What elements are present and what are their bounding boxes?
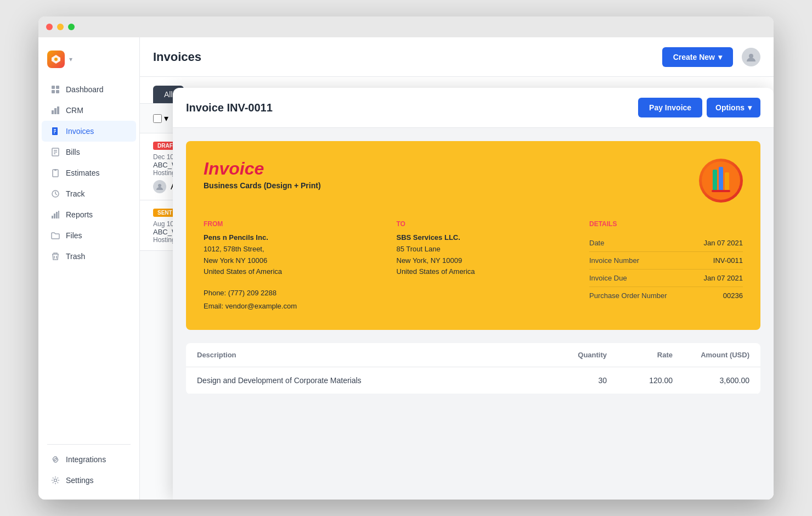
from-section: From Pens n Pencils Inc. 1012, 578th Str…	[204, 220, 370, 312]
sidebar-item-files[interactable]: Files	[42, 225, 136, 246]
col-description: Description	[197, 351, 541, 359]
row-amount: 3,600.00	[673, 376, 749, 385]
minimize-button[interactable]	[57, 24, 64, 30]
sidebar-item-reports[interactable]: Reports	[42, 204, 136, 225]
app-body: ▾ Dashboard	[38, 37, 774, 500]
sidebar-item-dashboard[interactable]: Dashboard	[42, 79, 136, 100]
svg-rect-31	[719, 167, 723, 192]
svg-point-26	[54, 479, 57, 482]
app-window: ▾ Dashboard	[38, 16, 774, 500]
bar-chart-icon	[50, 105, 60, 115]
invoice-document: Invoice Business Cards (Design + Print)	[186, 141, 760, 330]
invoice-due-label: Invoice Due	[589, 274, 627, 282]
sidebar-item-label: Dashboard	[66, 85, 104, 94]
create-new-label: Create New	[673, 53, 715, 61]
svg-rect-5	[56, 90, 59, 93]
main-content: All Recurring ▾ ⚙ DRAFT Dec 10 202	[140, 77, 774, 500]
checkbox-input[interactable]	[153, 114, 162, 123]
invoice-detail-modal: Invoice INV-0011 Pay Invoice Options ▾	[173, 88, 774, 500]
options-chevron-icon: ▾	[748, 103, 752, 112]
invoice-contact: Phone: (777) 209 2288 Email: vendor@exam…	[204, 287, 370, 312]
from-address2: New York NY 10006	[204, 256, 267, 265]
svg-rect-18	[54, 169, 57, 171]
sidebar-item-label: Trash	[66, 252, 85, 261]
folder-icon	[50, 231, 60, 240]
client-avatar	[153, 180, 166, 193]
po-label: Purchase Order Number	[589, 291, 667, 300]
svg-rect-7	[54, 108, 57, 114]
main-header: Invoices Create New ▾	[140, 37, 774, 77]
pay-invoice-button[interactable]: Pay Invoice	[638, 98, 702, 117]
po-value: 00236	[723, 291, 743, 300]
avatar[interactable]	[742, 48, 760, 66]
sidebar-item-settings[interactable]: Settings	[42, 470, 136, 491]
svg-line-21	[55, 194, 57, 195]
svg-rect-30	[713, 170, 717, 192]
to-section: To SBS Services LLC. 85 Trout Lane New Y…	[397, 220, 563, 312]
sidebar-item-label: CRM	[66, 106, 83, 115]
header-right: Create New ▾	[662, 47, 760, 67]
from-phone: Phone: (777) 209 2288	[204, 289, 277, 297]
from-country: United States of America	[204, 267, 282, 276]
invoice-subtitle: Business Cards (Design + Print)	[204, 181, 321, 190]
svg-point-28	[158, 184, 161, 187]
sidebar-item-label: Bills	[66, 148, 80, 156]
link-icon	[50, 455, 60, 464]
svg-point-27	[749, 54, 753, 58]
reports-icon	[50, 210, 60, 220]
logo-icon	[47, 51, 65, 68]
create-new-button[interactable]: Create New ▾	[662, 47, 733, 67]
sidebar-item-integrations[interactable]: Integrations	[42, 449, 136, 470]
sidebar-item-crm[interactable]: CRM	[42, 100, 136, 121]
invoice-heading-block: Invoice Business Cards (Design + Print)	[204, 159, 321, 190]
close-button[interactable]	[46, 24, 53, 30]
track-icon	[50, 189, 60, 199]
row-rate: 120.00	[607, 376, 673, 385]
invoice-modal-title: Invoice INV-0011	[186, 102, 273, 114]
row-quantity: 30	[541, 376, 607, 385]
sidebar-item-track[interactable]: Track	[42, 183, 136, 204]
sidebar-item-estimates[interactable]: Estimates	[42, 162, 136, 183]
options-button[interactable]: Options ▾	[707, 98, 760, 117]
detail-row-po: Purchase Order Number 00236	[589, 287, 743, 304]
svg-rect-24	[56, 212, 58, 218]
sidebar-item-label: Settings	[66, 476, 94, 485]
date-label: Date	[589, 239, 604, 247]
invoice-due-value: Jan 07 2021	[703, 274, 743, 282]
svg-rect-8	[57, 106, 59, 114]
logo-chevron: ▾	[69, 55, 72, 63]
modal-body: Invoice Business Cards (Design + Print)	[173, 128, 774, 500]
svg-rect-6	[52, 110, 54, 114]
svg-rect-22	[52, 216, 53, 218]
sidebar-item-invoices[interactable]: Invoices	[42, 121, 136, 142]
receipt-icon	[50, 147, 60, 157]
modal-actions: Pay Invoice Options ▾	[638, 98, 760, 117]
page-title: Invoices	[153, 50, 201, 64]
details-label: Details	[589, 220, 743, 228]
row-description: Design and Development of Corporate Mate…	[197, 376, 541, 385]
main-area: Invoices Create New ▾	[140, 37, 774, 500]
from-email-label: Email:	[204, 302, 223, 310]
sidebar-item-label: Track	[66, 189, 84, 198]
line-item-row: Design and Development of Corporate Mate…	[186, 367, 760, 394]
clipboard-icon	[50, 168, 60, 178]
sidebar-item-bills[interactable]: Bills	[42, 142, 136, 162]
svg-rect-3	[56, 86, 59, 89]
select-all-checkbox[interactable]: ▾	[153, 113, 168, 124]
invoice-number-label: Invoice Number	[589, 256, 639, 265]
svg-rect-32	[725, 172, 729, 192]
file-icon	[50, 126, 60, 136]
from-address1: 1012, 578th Street,	[204, 245, 264, 253]
invoice-logo	[699, 159, 743, 203]
modal-header: Invoice INV-0011 Pay Invoice Options ▾	[173, 88, 774, 128]
svg-point-1	[54, 58, 58, 61]
sidebar-item-trash[interactable]: Trash	[42, 246, 136, 267]
chevron-down-icon: ▾	[718, 53, 722, 61]
title-bar	[38, 16, 774, 37]
checkbox-chevron: ▾	[164, 113, 168, 124]
invoice-number-value: INV-0011	[713, 256, 743, 265]
sidebar-logo[interactable]: ▾	[38, 46, 139, 79]
maximize-button[interactable]	[68, 24, 75, 30]
options-label: Options	[715, 103, 745, 112]
sidebar-item-label: Estimates	[66, 169, 99, 177]
